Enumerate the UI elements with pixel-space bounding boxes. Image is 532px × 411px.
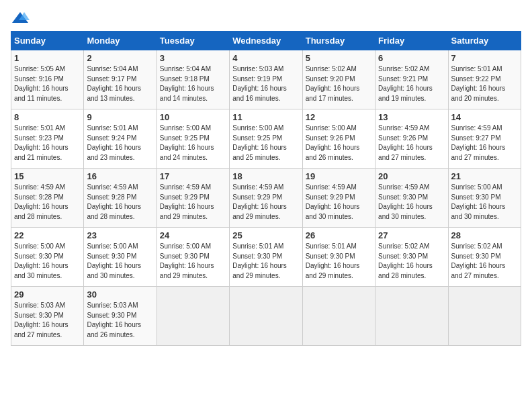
calendar-cell: 19Sunrise: 4:59 AM Sunset: 9:29 PM Dayli… bbox=[302, 169, 375, 228]
logo-icon bbox=[11, 11, 30, 26]
day-info: Sunrise: 5:01 AM Sunset: 9:30 PM Dayligh… bbox=[306, 242, 372, 281]
header-row: SundayMondayTuesdayWednesdayThursdayFrid… bbox=[11, 32, 521, 50]
calendar-cell: 8Sunrise: 5:01 AM Sunset: 9:23 PM Daylig… bbox=[11, 109, 84, 169]
col-header-sunday: Sunday bbox=[11, 32, 84, 50]
day-info: Sunrise: 5:02 AM Sunset: 9:20 PM Dayligh… bbox=[306, 64, 372, 103]
calendar-cell: 11Sunrise: 5:00 AM Sunset: 9:25 PM Dayli… bbox=[230, 109, 302, 169]
day-info: Sunrise: 5:00 AM Sunset: 9:25 PM Dayligh… bbox=[160, 124, 226, 163]
day-number: 24 bbox=[160, 230, 226, 240]
calendar-cell: 29Sunrise: 5:03 AM Sunset: 9:30 PM Dayli… bbox=[11, 287, 84, 346]
day-info: Sunrise: 5:05 AM Sunset: 9:16 PM Dayligh… bbox=[14, 64, 81, 103]
day-info: Sunrise: 5:01 AM Sunset: 9:23 PM Dayligh… bbox=[14, 124, 81, 163]
day-info: Sunrise: 5:00 AM Sunset: 9:30 PM Dayligh… bbox=[451, 183, 518, 222]
day-number: 3 bbox=[160, 53, 226, 63]
day-number: 16 bbox=[87, 171, 153, 181]
day-number: 6 bbox=[378, 53, 445, 63]
day-number: 10 bbox=[160, 112, 226, 122]
calendar-cell: 15Sunrise: 4:59 AM Sunset: 9:28 PM Dayli… bbox=[11, 169, 84, 228]
day-number: 9 bbox=[87, 112, 153, 122]
day-number: 1 bbox=[14, 53, 81, 63]
calendar-cell: 3Sunrise: 5:04 AM Sunset: 9:18 PM Daylig… bbox=[157, 50, 229, 109]
day-number: 5 bbox=[306, 53, 372, 63]
calendar-cell: 20Sunrise: 4:59 AM Sunset: 9:30 PM Dayli… bbox=[375, 169, 448, 228]
day-info: Sunrise: 4:59 AM Sunset: 9:29 PM Dayligh… bbox=[232, 183, 299, 222]
calendar-cell bbox=[230, 287, 302, 346]
day-info: Sunrise: 4:59 AM Sunset: 9:30 PM Dayligh… bbox=[378, 183, 445, 222]
calendar-week-2: 8Sunrise: 5:01 AM Sunset: 9:23 PM Daylig… bbox=[11, 109, 521, 169]
day-info: Sunrise: 5:01 AM Sunset: 9:30 PM Dayligh… bbox=[232, 242, 299, 281]
col-header-saturday: Saturday bbox=[448, 32, 521, 50]
day-number: 18 bbox=[232, 171, 299, 181]
calendar-cell: 30Sunrise: 5:03 AM Sunset: 9:30 PM Dayli… bbox=[84, 287, 157, 346]
calendar-cell: 9Sunrise: 5:01 AM Sunset: 9:24 PM Daylig… bbox=[84, 109, 157, 169]
day-number: 4 bbox=[232, 53, 299, 63]
day-info: Sunrise: 5:04 AM Sunset: 9:18 PM Dayligh… bbox=[160, 64, 226, 103]
day-number: 12 bbox=[306, 112, 372, 122]
calendar-cell bbox=[375, 287, 448, 346]
calendar-cell: 14Sunrise: 4:59 AM Sunset: 9:27 PM Dayli… bbox=[448, 109, 521, 169]
day-number: 29 bbox=[14, 289, 81, 300]
day-number: 15 bbox=[14, 171, 81, 181]
day-number: 25 bbox=[232, 230, 299, 240]
col-header-wednesday: Wednesday bbox=[230, 32, 302, 50]
day-number: 27 bbox=[378, 230, 445, 240]
day-info: Sunrise: 4:59 AM Sunset: 9:27 PM Dayligh… bbox=[451, 124, 518, 163]
calendar-cell: 24Sunrise: 5:00 AM Sunset: 9:30 PM Dayli… bbox=[157, 228, 229, 287]
day-info: Sunrise: 5:02 AM Sunset: 9:30 PM Dayligh… bbox=[378, 242, 445, 281]
day-number: 21 bbox=[451, 171, 518, 181]
day-info: Sunrise: 5:03 AM Sunset: 9:19 PM Dayligh… bbox=[232, 64, 299, 103]
day-info: Sunrise: 5:02 AM Sunset: 9:21 PM Dayligh… bbox=[378, 64, 445, 103]
day-number: 7 bbox=[451, 53, 518, 63]
day-info: Sunrise: 5:00 AM Sunset: 9:25 PM Dayligh… bbox=[232, 124, 299, 163]
calendar-cell: 21Sunrise: 5:00 AM Sunset: 9:30 PM Dayli… bbox=[448, 169, 521, 228]
day-info: Sunrise: 4:59 AM Sunset: 9:29 PM Dayligh… bbox=[160, 183, 226, 222]
calendar-cell: 6Sunrise: 5:02 AM Sunset: 9:21 PM Daylig… bbox=[375, 50, 448, 109]
calendar-cell: 23Sunrise: 5:00 AM Sunset: 9:30 PM Dayli… bbox=[84, 228, 157, 287]
calendar-cell bbox=[302, 287, 375, 346]
day-info: Sunrise: 5:02 AM Sunset: 9:30 PM Dayligh… bbox=[451, 242, 518, 281]
header bbox=[11, 11, 521, 26]
day-info: Sunrise: 4:59 AM Sunset: 9:26 PM Dayligh… bbox=[378, 124, 445, 163]
calendar-week-4: 22Sunrise: 5:00 AM Sunset: 9:30 PM Dayli… bbox=[11, 228, 521, 287]
calendar-cell: 12Sunrise: 5:00 AM Sunset: 9:26 PM Dayli… bbox=[302, 109, 375, 169]
day-number: 26 bbox=[306, 230, 372, 240]
calendar-cell: 18Sunrise: 4:59 AM Sunset: 9:29 PM Dayli… bbox=[230, 169, 302, 228]
day-info: Sunrise: 5:00 AM Sunset: 9:30 PM Dayligh… bbox=[87, 242, 153, 281]
calendar-cell: 28Sunrise: 5:02 AM Sunset: 9:30 PM Dayli… bbox=[448, 228, 521, 287]
day-info: Sunrise: 5:00 AM Sunset: 9:30 PM Dayligh… bbox=[160, 242, 226, 281]
day-info: Sunrise: 5:00 AM Sunset: 9:30 PM Dayligh… bbox=[14, 242, 81, 281]
day-number: 30 bbox=[87, 289, 153, 300]
day-info: Sunrise: 5:01 AM Sunset: 9:22 PM Dayligh… bbox=[451, 64, 518, 103]
calendar-cell: 17Sunrise: 4:59 AM Sunset: 9:29 PM Dayli… bbox=[157, 169, 229, 228]
calendar-cell: 16Sunrise: 4:59 AM Sunset: 9:28 PM Dayli… bbox=[84, 169, 157, 228]
calendar-cell: 5Sunrise: 5:02 AM Sunset: 9:20 PM Daylig… bbox=[302, 50, 375, 109]
col-header-friday: Friday bbox=[375, 32, 448, 50]
calendar-cell: 4Sunrise: 5:03 AM Sunset: 9:19 PM Daylig… bbox=[230, 50, 302, 109]
calendar-cell bbox=[448, 287, 521, 346]
calendar-cell bbox=[157, 287, 229, 346]
day-info: Sunrise: 5:00 AM Sunset: 9:26 PM Dayligh… bbox=[306, 124, 372, 163]
day-info: Sunrise: 4:59 AM Sunset: 9:28 PM Dayligh… bbox=[87, 183, 153, 222]
calendar-week-5: 29Sunrise: 5:03 AM Sunset: 9:30 PM Dayli… bbox=[11, 287, 521, 346]
col-header-tuesday: Tuesday bbox=[157, 32, 229, 50]
calendar-cell: 7Sunrise: 5:01 AM Sunset: 9:22 PM Daylig… bbox=[448, 50, 521, 109]
calendar-cell: 22Sunrise: 5:00 AM Sunset: 9:30 PM Dayli… bbox=[11, 228, 84, 287]
logo bbox=[11, 11, 32, 26]
col-header-thursday: Thursday bbox=[302, 32, 375, 50]
day-number: 13 bbox=[378, 112, 445, 122]
calendar-table: SundayMondayTuesdayWednesdayThursdayFrid… bbox=[11, 31, 521, 346]
day-info: Sunrise: 5:04 AM Sunset: 9:17 PM Dayligh… bbox=[87, 64, 153, 103]
calendar-cell: 27Sunrise: 5:02 AM Sunset: 9:30 PM Dayli… bbox=[375, 228, 448, 287]
col-header-monday: Monday bbox=[84, 32, 157, 50]
calendar-week-1: 1Sunrise: 5:05 AM Sunset: 9:16 PM Daylig… bbox=[11, 50, 521, 109]
day-number: 28 bbox=[451, 230, 518, 240]
day-number: 20 bbox=[378, 171, 445, 181]
day-info: Sunrise: 5:01 AM Sunset: 9:24 PM Dayligh… bbox=[87, 124, 153, 163]
day-info: Sunrise: 5:03 AM Sunset: 9:30 PM Dayligh… bbox=[87, 301, 153, 340]
calendar-cell: 10Sunrise: 5:00 AM Sunset: 9:25 PM Dayli… bbox=[157, 109, 229, 169]
day-number: 11 bbox=[232, 112, 299, 122]
day-info: Sunrise: 4:59 AM Sunset: 9:29 PM Dayligh… bbox=[306, 183, 372, 222]
calendar-week-3: 15Sunrise: 4:59 AM Sunset: 9:28 PM Dayli… bbox=[11, 169, 521, 228]
calendar-cell: 1Sunrise: 5:05 AM Sunset: 9:16 PM Daylig… bbox=[11, 50, 84, 109]
day-info: Sunrise: 4:59 AM Sunset: 9:28 PM Dayligh… bbox=[14, 183, 81, 222]
